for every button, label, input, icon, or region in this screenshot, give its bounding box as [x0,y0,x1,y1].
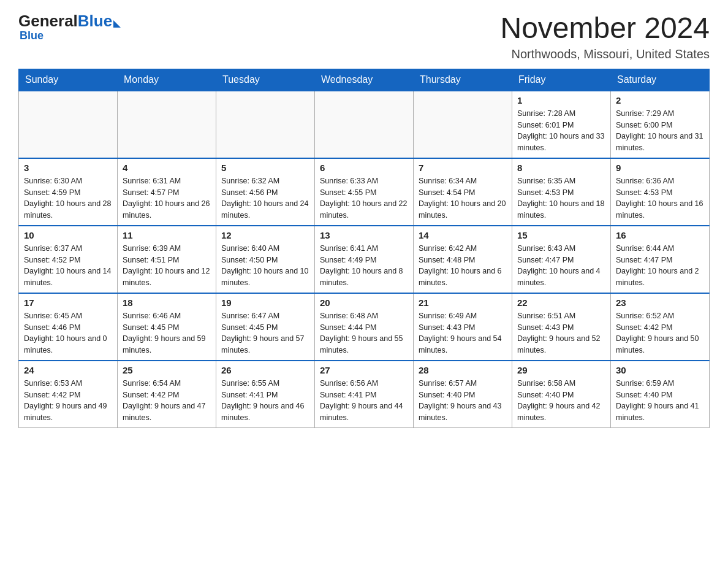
day-number: 20 [320,297,408,308]
day-number: 15 [517,230,605,240]
day-info: Sunrise: 6:31 AMSunset: 4:57 PMDaylight:… [123,175,211,221]
day-number: 17 [24,297,112,308]
week-row-5: 24Sunrise: 6:53 AMSunset: 4:42 PMDayligh… [19,361,710,428]
day-number: 5 [221,163,309,173]
weekday-header-wednesday: Wednesday [315,69,414,91]
calendar-cell: 28Sunrise: 6:57 AMSunset: 4:40 PMDayligh… [414,361,512,428]
day-number: 27 [320,365,408,375]
day-info: Sunrise: 6:39 AMSunset: 4:51 PMDaylight:… [123,243,211,289]
weekday-header-sunday: Sunday [19,69,118,91]
week-row-2: 3Sunrise: 6:30 AMSunset: 4:59 PMDaylight… [19,158,710,226]
calendar-cell: 18Sunrise: 6:46 AMSunset: 4:45 PMDayligh… [118,293,216,361]
calendar-cell: 15Sunrise: 6:43 AMSunset: 4:47 PMDayligh… [512,226,611,293]
day-info: Sunrise: 6:46 AMSunset: 4:45 PMDaylight:… [123,310,211,356]
weekday-header-tuesday: Tuesday [216,69,315,91]
calendar-cell: 29Sunrise: 6:58 AMSunset: 4:40 PMDayligh… [512,361,611,428]
calendar-cell: 8Sunrise: 6:35 AMSunset: 4:53 PMDaylight… [512,158,611,226]
calendar-cell: 30Sunrise: 6:59 AMSunset: 4:40 PMDayligh… [611,361,710,428]
day-number: 21 [419,297,507,308]
day-info: Sunrise: 6:34 AMSunset: 4:54 PMDaylight:… [419,175,507,221]
logo-sub: Blue [20,30,44,42]
calendar-cell: 6Sunrise: 6:33 AMSunset: 4:55 PMDaylight… [315,158,414,226]
weekday-header-saturday: Saturday [611,69,710,91]
logo-general: General [18,12,78,30]
calendar-cell [19,91,118,158]
day-info: Sunrise: 6:49 AMSunset: 4:43 PMDaylight:… [419,310,507,356]
day-info: Sunrise: 6:42 AMSunset: 4:48 PMDaylight:… [419,243,507,289]
day-number: 13 [320,230,408,240]
day-number: 6 [320,163,408,173]
day-info: Sunrise: 6:37 AMSunset: 4:52 PMDaylight:… [24,243,112,289]
day-number: 22 [517,297,605,308]
day-number: 24 [24,365,112,375]
day-info: Sunrise: 6:33 AMSunset: 4:55 PMDaylight:… [320,175,408,221]
day-info: Sunrise: 6:47 AMSunset: 4:45 PMDaylight:… [221,310,309,356]
day-info: Sunrise: 6:43 AMSunset: 4:47 PMDaylight:… [517,243,605,289]
day-info: Sunrise: 6:57 AMSunset: 4:40 PMDaylight:… [419,378,507,424]
day-number: 14 [419,230,507,240]
day-number: 25 [123,365,211,375]
calendar-table: SundayMondayTuesdayWednesdayThursdayFrid… [18,69,710,428]
day-number: 29 [517,365,605,375]
calendar-cell [414,91,512,158]
calendar-cell: 16Sunrise: 6:44 AMSunset: 4:47 PMDayligh… [611,226,710,293]
calendar-cell: 1Sunrise: 7:28 AMSunset: 6:01 PMDaylight… [512,91,611,158]
day-info: Sunrise: 6:54 AMSunset: 4:42 PMDaylight:… [123,378,211,424]
calendar-cell [216,91,315,158]
day-info: Sunrise: 6:56 AMSunset: 4:41 PMDaylight:… [320,378,408,424]
calendar-cell: 13Sunrise: 6:41 AMSunset: 4:49 PMDayligh… [315,226,414,293]
logo: General Blue Blue [18,12,121,42]
day-info: Sunrise: 7:28 AMSunset: 6:01 PMDaylight:… [517,108,605,154]
weekday-header-friday: Friday [512,69,611,91]
day-number: 4 [123,163,211,173]
day-number: 18 [123,297,211,308]
calendar-cell: 17Sunrise: 6:45 AMSunset: 4:46 PMDayligh… [19,293,118,361]
day-info: Sunrise: 6:45 AMSunset: 4:46 PMDaylight:… [24,310,112,356]
day-info: Sunrise: 6:40 AMSunset: 4:50 PMDaylight:… [221,243,309,289]
day-number: 16 [616,230,704,240]
calendar-cell: 4Sunrise: 6:31 AMSunset: 4:57 PMDaylight… [118,158,216,226]
calendar-cell: 10Sunrise: 6:37 AMSunset: 4:52 PMDayligh… [19,226,118,293]
calendar-cell: 12Sunrise: 6:40 AMSunset: 4:50 PMDayligh… [216,226,315,293]
day-info: Sunrise: 6:48 AMSunset: 4:44 PMDaylight:… [320,310,408,356]
day-info: Sunrise: 6:41 AMSunset: 4:49 PMDaylight:… [320,243,408,289]
day-info: Sunrise: 6:44 AMSunset: 4:47 PMDaylight:… [616,243,704,289]
page-header: General Blue Blue November 2024 Northwoo… [18,12,710,61]
calendar-cell: 21Sunrise: 6:49 AMSunset: 4:43 PMDayligh… [414,293,512,361]
calendar-cell: 2Sunrise: 7:29 AMSunset: 6:00 PMDaylight… [611,91,710,158]
calendar-cell: 25Sunrise: 6:54 AMSunset: 4:42 PMDayligh… [118,361,216,428]
day-info: Sunrise: 6:35 AMSunset: 4:53 PMDaylight:… [517,175,605,221]
calendar-cell: 9Sunrise: 6:36 AMSunset: 4:53 PMDaylight… [611,158,710,226]
logo-arrow-icon [113,20,121,28]
day-number: 12 [221,230,309,240]
day-number: 9 [616,163,704,173]
week-row-4: 17Sunrise: 6:45 AMSunset: 4:46 PMDayligh… [19,293,710,361]
day-info: Sunrise: 6:36 AMSunset: 4:53 PMDaylight:… [616,175,704,221]
day-number: 7 [419,163,507,173]
logo-blue-text: Blue [78,12,112,30]
week-row-1: 1Sunrise: 7:28 AMSunset: 6:01 PMDaylight… [19,91,710,158]
calendar-cell: 5Sunrise: 6:32 AMSunset: 4:56 PMDaylight… [216,158,315,226]
calendar-cell [315,91,414,158]
calendar-cell: 24Sunrise: 6:53 AMSunset: 4:42 PMDayligh… [19,361,118,428]
day-info: Sunrise: 7:29 AMSunset: 6:00 PMDaylight:… [616,108,704,154]
day-number: 2 [616,95,704,105]
day-info: Sunrise: 6:32 AMSunset: 4:56 PMDaylight:… [221,175,309,221]
calendar-cell: 14Sunrise: 6:42 AMSunset: 4:48 PMDayligh… [414,226,512,293]
day-info: Sunrise: 6:30 AMSunset: 4:59 PMDaylight:… [24,175,112,221]
day-number: 23 [616,297,704,308]
day-info: Sunrise: 6:51 AMSunset: 4:43 PMDaylight:… [517,310,605,356]
day-number: 3 [24,163,112,173]
calendar-cell: 11Sunrise: 6:39 AMSunset: 4:51 PMDayligh… [118,226,216,293]
weekday-header-row: SundayMondayTuesdayWednesdayThursdayFrid… [19,69,710,91]
calendar-cell: 20Sunrise: 6:48 AMSunset: 4:44 PMDayligh… [315,293,414,361]
calendar-cell: 26Sunrise: 6:55 AMSunset: 4:41 PMDayligh… [216,361,315,428]
calendar-cell: 27Sunrise: 6:56 AMSunset: 4:41 PMDayligh… [315,361,414,428]
month-title: November 2024 [500,12,710,45]
calendar-cell: 23Sunrise: 6:52 AMSunset: 4:42 PMDayligh… [611,293,710,361]
title-block: November 2024 Northwoods, Missouri, Unit… [500,12,710,61]
week-row-3: 10Sunrise: 6:37 AMSunset: 4:52 PMDayligh… [19,226,710,293]
day-info: Sunrise: 6:52 AMSunset: 4:42 PMDaylight:… [616,310,704,356]
day-number: 19 [221,297,309,308]
day-info: Sunrise: 6:53 AMSunset: 4:42 PMDaylight:… [24,378,112,424]
